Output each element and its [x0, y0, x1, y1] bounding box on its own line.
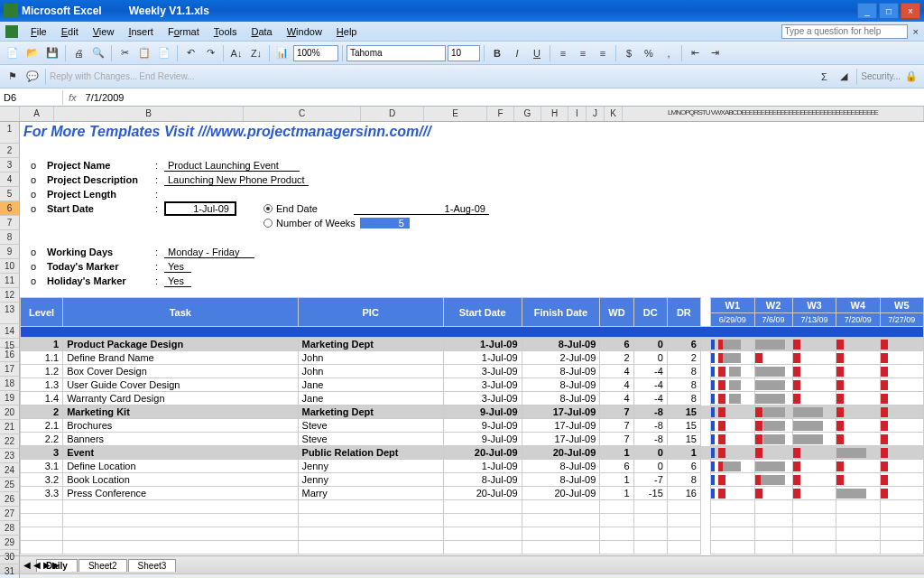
menu-data[interactable]: Data — [244, 24, 279, 39]
sort-desc-icon[interactable]: Z↓ — [247, 44, 265, 62]
row-header[interactable]: 27 — [0, 507, 20, 521]
menu-file[interactable]: File — [23, 24, 54, 39]
col-header-j[interactable]: J — [587, 107, 605, 121]
col-header-e[interactable]: E — [424, 107, 487, 121]
end-review-button[interactable]: End Review... — [139, 71, 194, 81]
italic-button[interactable]: I — [508, 44, 526, 62]
row-header[interactable]: 2 — [0, 144, 20, 158]
row-header[interactable]: 11 — [0, 274, 20, 288]
lock-icon[interactable]: 🔒 — [902, 68, 920, 86]
row-header[interactable]: 20 — [0, 406, 20, 420]
row-header[interactable]: 30 — [0, 550, 20, 564]
menu-window[interactable]: Window — [280, 24, 329, 39]
row-header[interactable]: 1 — [0, 122, 20, 144]
menu-insert[interactable]: Insert — [121, 24, 161, 39]
font-select[interactable] — [346, 45, 446, 61]
row-header[interactable]: 12 — [0, 288, 20, 303]
close-button[interactable]: × — [901, 3, 920, 19]
paste-icon[interactable]: 📄 — [155, 44, 173, 62]
currency-icon[interactable]: $ — [620, 44, 638, 62]
indent-inc-icon[interactable]: ⇥ — [706, 44, 724, 62]
row-header[interactable]: 16 — [0, 348, 20, 362]
row-header[interactable]: 15 — [0, 339, 20, 348]
row-header[interactable]: 28 — [0, 521, 20, 536]
col-header-f[interactable]: F — [487, 107, 514, 121]
row-header[interactable]: 29 — [0, 536, 20, 550]
row-header[interactable]: 8 — [0, 230, 20, 245]
cut-icon[interactable]: ✂ — [116, 44, 134, 62]
value-start-date[interactable]: 1-Jul-09 — [164, 201, 236, 216]
flag-icon[interactable]: ⚑ — [4, 68, 22, 86]
worksheet-cells[interactable]: For More Templates Visit ///www.projectm… — [20, 122, 924, 555]
col-header-h[interactable]: H — [541, 107, 568, 121]
col-header-i[interactable]: I — [568, 107, 587, 121]
percent-icon[interactable]: % — [640, 44, 658, 62]
name-box[interactable]: D6 — [0, 90, 63, 105]
row-header[interactable]: 9 — [0, 245, 20, 259]
fx-icon[interactable]: fx — [63, 92, 82, 103]
preview-icon[interactable]: 🔍 — [89, 44, 107, 62]
row-header[interactable]: 25 — [0, 478, 20, 492]
redo-icon[interactable]: ↷ — [201, 44, 219, 62]
row-header[interactable]: 6 — [0, 201, 20, 216]
col-header-d[interactable]: D — [361, 107, 424, 121]
row-header[interactable]: 19 — [0, 391, 20, 406]
font-size-select[interactable] — [448, 45, 480, 61]
undo-icon[interactable]: ↶ — [181, 44, 199, 62]
save-icon[interactable]: 💾 — [43, 44, 61, 62]
formula-value[interactable]: 7/1/2009 — [82, 90, 924, 105]
security-button[interactable]: Security... — [861, 71, 901, 81]
print-icon[interactable]: 🖨 — [69, 44, 88, 62]
zoom-select[interactable] — [293, 45, 338, 61]
help-search-input[interactable] — [781, 24, 908, 39]
row-header[interactable]: 14 — [0, 324, 20, 339]
radio-num-weeks[interactable] — [263, 219, 273, 228]
radio-end-date[interactable] — [263, 204, 273, 213]
row-header[interactable]: 7 — [0, 216, 20, 230]
align-left-icon[interactable]: ≡ — [554, 44, 572, 62]
comma-icon[interactable]: , — [660, 44, 678, 62]
chart-icon[interactable]: 📊 — [273, 44, 291, 62]
new-icon[interactable]: 📄 — [4, 44, 22, 62]
maximize-button[interactable]: □ — [879, 3, 899, 19]
row-header[interactable]: 21 — [0, 420, 20, 434]
sum-icon[interactable]: Σ — [815, 68, 833, 86]
minimize-button[interactable]: _ — [857, 3, 877, 19]
row-header[interactable]: 31 — [0, 564, 20, 578]
row-header[interactable]: 5 — [0, 187, 20, 201]
copy-icon[interactable]: 📋 — [135, 44, 153, 62]
sheet-tab-sheet2[interactable]: Sheet2 — [79, 559, 127, 572]
row-header[interactable]: 10 — [0, 259, 20, 274]
sheet-tab-sheet3[interactable]: Sheet3 — [128, 559, 177, 572]
menu-help[interactable]: Help — [329, 24, 365, 39]
row-header[interactable]: 17 — [0, 362, 20, 377]
menu-tools[interactable]: Tools — [207, 24, 245, 39]
row-header[interactable]: 3 — [0, 158, 20, 172]
indent-dec-icon[interactable]: ⇤ — [686, 44, 704, 62]
col-header-c[interactable]: C — [244, 107, 361, 121]
col-header-k[interactable]: K — [605, 107, 623, 121]
sort-asc-icon[interactable]: A↓ — [227, 44, 245, 62]
col-header-b[interactable]: B — [54, 107, 244, 121]
menu-view[interactable]: View — [86, 24, 122, 39]
reply-changes-button[interactable]: Reply with Changes... — [50, 71, 137, 81]
open-icon[interactable]: 📂 — [23, 44, 42, 62]
align-center-icon[interactable]: ≡ — [574, 44, 592, 62]
col-header-g[interactable]: G — [514, 107, 541, 121]
row-header[interactable]: 13 — [0, 303, 20, 324]
col-header-a[interactable]: A — [20, 107, 54, 121]
row-header[interactable]: 26 — [0, 492, 20, 507]
select-all-corner[interactable] — [0, 107, 20, 121]
row-header[interactable]: 24 — [0, 463, 20, 478]
col-headers-rest[interactable]: LMNOPQRSTU VWXABCDEEEEEEEEEEEEEEEEEEEEEE… — [623, 107, 924, 121]
align-right-icon[interactable]: ≡ — [594, 44, 612, 62]
menu-format[interactable]: Format — [161, 24, 207, 39]
menu-edit[interactable]: Edit — [54, 24, 86, 39]
drawing-icon[interactable]: ◢ — [835, 68, 853, 86]
row-header[interactable]: 4 — [0, 172, 20, 187]
comment-icon[interactable]: 💬 — [23, 68, 42, 86]
bold-button[interactable]: B — [488, 44, 506, 62]
row-header[interactable]: 18 — [0, 377, 20, 391]
row-header[interactable]: 23 — [0, 449, 20, 463]
row-header[interactable]: 22 — [0, 434, 20, 449]
